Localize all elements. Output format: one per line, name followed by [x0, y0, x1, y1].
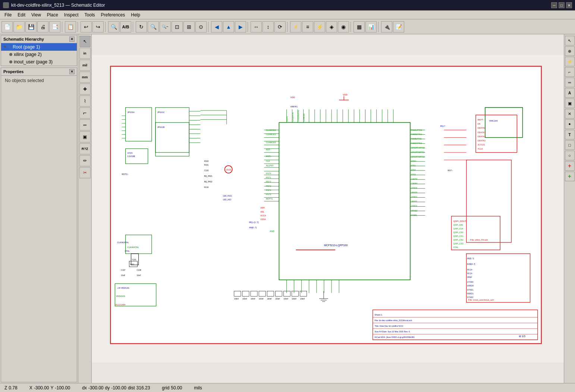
tree-item-inout[interactable]: inout_user (page 3) [7, 58, 77, 66]
tree-item-root[interactable]: ▼ Root (page 1) [1, 43, 77, 51]
svg-text:PS74: PS74 [266, 189, 271, 191]
open-button[interactable]: 📁 [13, 21, 25, 32]
fields-button[interactable]: ▦ [354, 21, 365, 32]
nav-right-button[interactable]: ▶ [235, 21, 246, 32]
tool-unit-in[interactable]: in [79, 48, 91, 59]
rt-sym-button[interactable]: ⊕ [565, 46, 575, 56]
svg-text:CLK18/XTAL: CLK18/XTAL [292, 112, 294, 122]
rt-wire-button[interactable]: ⌐ [565, 67, 575, 77]
dist-value: 316.23 [136, 385, 150, 391]
maximize-button[interactable]: □ [559, 2, 565, 8]
svg-text:DDATA1: DDATA1 [478, 131, 486, 134]
schematic-canvas[interactable]: Sheet 1 File: kit-dev-coldfire-xilinx_52… [92, 34, 564, 383]
titlebar-controls[interactable]: ─ □ ✕ [551, 2, 572, 8]
svg-text:STD2: STD2 [411, 169, 416, 171]
rt-label-button[interactable]: A [565, 88, 575, 98]
menu-tools[interactable]: Tools [82, 12, 98, 18]
rt-hier-button[interactable]: ▣ [565, 98, 575, 108]
tool-unit-mm[interactable]: mm [79, 72, 91, 83]
tool-add-sym[interactable]: ✚ [79, 84, 91, 95]
menu-view[interactable]: View [28, 12, 44, 18]
menu-edit[interactable]: Edit [15, 12, 28, 18]
new-button[interactable]: 📄 [1, 21, 13, 32]
x-coord-status: X -300.00 Y -100.00 [29, 385, 70, 391]
bom-button[interactable]: 📊 [365, 21, 377, 32]
svg-text:UTXD2: UTXD2 [411, 205, 417, 207]
netlist-button[interactable]: ≡ [302, 21, 313, 32]
tool-select[interactable]: ↖ [79, 36, 91, 47]
power-sym-button[interactable]: ⚡ [290, 21, 301, 32]
svg-text:QSPI_CS3: QSPI_CS3 [453, 242, 464, 245]
properties-panel-close[interactable]: ✕ [69, 69, 75, 74]
svg-rect-1 [110, 66, 541, 344]
undo-button[interactable]: ↩ [81, 21, 92, 32]
erc-button[interactable]: ⚡ [314, 21, 325, 32]
rt-power-button[interactable]: ⚡ [565, 57, 575, 66]
close-button[interactable]: ✕ [566, 2, 572, 8]
rt-add-green-button[interactable]: + [565, 172, 575, 181]
tree-item-xilinx[interactable]: xilinx (page 2) [7, 51, 77, 58]
redo-button[interactable]: ↪ [92, 21, 104, 32]
tool-delete[interactable]: ✂ [79, 167, 91, 178]
tool-unit-mil[interactable]: mil [79, 60, 91, 71]
mirror-y-button[interactable]: ↕ [263, 21, 274, 32]
tool-add-power[interactable]: ⌇ [79, 95, 91, 107]
refresh-button[interactable]: ↻ [136, 21, 147, 32]
svg-text:URXD1: URXD1 [411, 200, 417, 203]
rz-label: R?Z [82, 147, 88, 151]
hierarchy-panel-close[interactable]: ✕ [69, 37, 75, 42]
svg-text:PWM1/PTO0: PWM1/PTO0 [411, 129, 422, 131]
tool-edit-sym[interactable]: ✏ [79, 155, 91, 166]
rt-junc-button[interactable]: • [565, 119, 575, 129]
tool-rz[interactable]: R?Z [79, 143, 91, 154]
sym4-button[interactable]: ◉ [338, 21, 349, 32]
rt-bus-button[interactable]: ═ [565, 78, 575, 87]
rt-text-button[interactable]: T [565, 130, 575, 139]
menu-place[interactable]: Place [44, 12, 61, 18]
canvas-area[interactable]: Sheet 1 File: kit-dev-coldfire-xilinx_52… [92, 34, 564, 383]
pdf-button[interactable]: 📑 [49, 21, 60, 32]
svg-text:Sheet 1: Sheet 1 [375, 314, 383, 316]
menu-preferences[interactable]: Preferences [98, 12, 128, 18]
svg-text:VRL: VRL [260, 211, 264, 213]
copy-button[interactable]: 📋 [65, 21, 76, 32]
main-toolbar: 📄 📁 💾 🖨 📑 📋 ↩ ↪ 🔍 A/B ↻ 🔍 🔍− ⊡ ⊞ ⊙ ◀ ▲ ▶… [0, 19, 575, 34]
search-button[interactable]: 🔍 [108, 21, 119, 32]
minimize-button[interactable]: ─ [551, 2, 557, 8]
rotate-button[interactable]: ⟳ [274, 21, 286, 32]
menu-file[interactable]: File [1, 12, 15, 18]
svg-text:XTAL: XTAL [125, 250, 129, 252]
mirror-x-button[interactable]: ↔ [251, 21, 262, 32]
svg-text:AN[0..7]: AN[0..7] [249, 226, 257, 229]
rt-circle-button[interactable]: ○ [565, 151, 575, 160]
svg-text:RST~: RST~ [266, 148, 271, 151]
zoom-out-button[interactable]: 🔍− [160, 21, 171, 32]
rt-noconn-button[interactable]: ✕ [565, 109, 575, 119]
tool-add-bus[interactable]: ═ [79, 119, 91, 131]
tool-add-hier[interactable]: ▣ [79, 131, 91, 142]
script-button[interactable]: 📝 [393, 21, 404, 32]
x-label: X [29, 385, 32, 391]
pcb-button[interactable]: 🔌 [381, 21, 392, 32]
menu-inspect[interactable]: Inspect [61, 12, 82, 18]
zoom-in-button[interactable]: 🔍 [148, 21, 159, 32]
nav-left-button[interactable]: ◀ [211, 21, 222, 32]
annotate-button[interactable]: A/B [120, 21, 131, 32]
svg-text:VCCA VRH: VCCA VRH [115, 304, 125, 306]
zoom-area-button[interactable]: ⊞ [183, 21, 195, 32]
menu-help[interactable]: Help [128, 12, 143, 18]
rt-rect-button[interactable]: □ [565, 140, 575, 150]
sep6 [248, 22, 249, 32]
save-button[interactable]: 💾 [25, 21, 37, 32]
print-button[interactable]: 🖨 [37, 21, 48, 32]
rt-select-button[interactable]: ↖ [565, 36, 575, 46]
svg-text:PS73: PS73 [266, 185, 271, 187]
zoom-orig-button[interactable]: ⊙ [195, 21, 207, 32]
svg-text:CLKMOD0: CLKMOD0 [303, 113, 305, 122]
tool-add-wire[interactable]: ⌐ [79, 107, 91, 119]
rt-add-red-button[interactable]: + [565, 161, 575, 171]
nav-up-button[interactable]: ▲ [223, 21, 234, 32]
sym3-button[interactable]: ◈ [326, 21, 337, 32]
svg-text:IRQ~[1..7]: IRQ~[1..7] [249, 221, 259, 223]
zoom-fit-button[interactable]: ⊡ [172, 21, 183, 32]
